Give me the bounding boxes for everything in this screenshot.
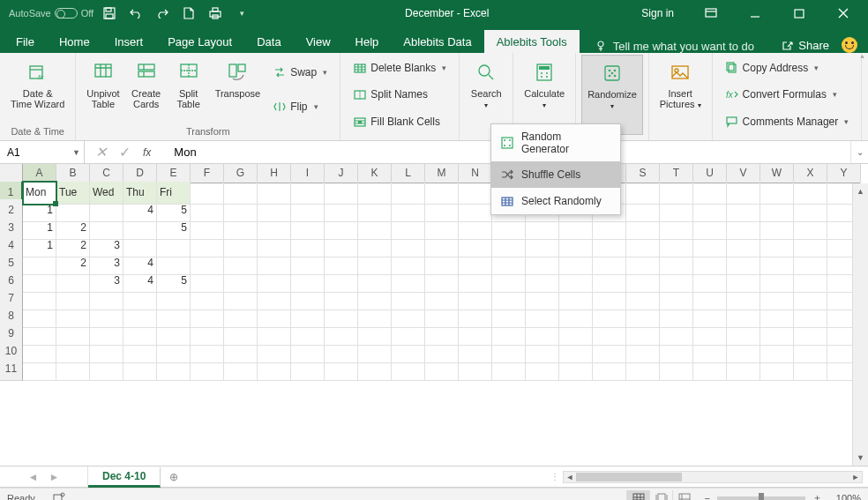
col-header[interactable]: M [425, 164, 459, 183]
cards-button[interactable]: CreateCards [125, 55, 168, 124]
macro-record-icon[interactable] [53, 492, 65, 501]
flip-button[interactable]: Flip [269, 98, 331, 116]
autosave-toggle[interactable]: AutoSave Off [9, 8, 94, 19]
row-header[interactable]: 11 [0, 358, 23, 381]
scroll-right-icon[interactable]: ► [849, 473, 862, 481]
qat-customize-icon[interactable]: ▾ [231, 3, 252, 24]
cell[interactable] [392, 358, 425, 381]
scroll-down-icon[interactable]: ▼ [853, 450, 868, 466]
cell[interactable] [23, 358, 56, 381]
dropdown-shuffle[interactable]: Shuffle Cells [491, 161, 620, 188]
cell[interactable] [358, 358, 392, 381]
cell[interactable] [157, 358, 191, 381]
sheet-nav-prev-icon[interactable]: ◄ [28, 471, 39, 483]
tab-home[interactable]: Home [47, 30, 102, 53]
cell[interactable] [90, 358, 123, 381]
cell[interactable] [727, 358, 760, 381]
view-page-layout-icon[interactable] [649, 490, 672, 501]
cell[interactable] [325, 358, 358, 381]
cell[interactable] [760, 358, 794, 381]
col-header[interactable]: A [23, 164, 56, 183]
col-header[interactable]: E [157, 164, 191, 183]
split-names-button[interactable]: Split Names [349, 86, 450, 103]
col-header[interactable]: S [626, 164, 660, 183]
share-button[interactable]: Share [782, 39, 829, 52]
new-file-icon[interactable] [178, 3, 199, 24]
col-header[interactable]: I [291, 164, 325, 183]
sheet-tab-active[interactable]: Dec 4-10 [88, 467, 161, 488]
cell[interactable] [224, 358, 258, 381]
undo-icon[interactable] [125, 3, 146, 24]
cell[interactable] [258, 358, 291, 381]
sheet-nav-next-icon[interactable]: ► [49, 471, 60, 483]
copy-addr-button[interactable]: Copy Address [722, 59, 853, 77]
name-box[interactable]: A1 ▼ [0, 141, 85, 163]
convert-button[interactable]: fxConvert Formulas [722, 86, 853, 103]
tab-insert[interactable]: Insert [102, 30, 156, 53]
calendar-fx-button[interactable]: fxDate &Time Wizard [5, 55, 70, 124]
cell[interactable] [593, 358, 626, 381]
cell[interactable] [559, 358, 593, 381]
split-table-button[interactable]: SplitTable [168, 55, 210, 124]
cell[interactable] [123, 358, 157, 381]
tab-data[interactable]: Data [244, 30, 293, 53]
tell-me-search[interactable]: Tell me what you want to do [595, 40, 754, 53]
tab-split-handle-icon[interactable]: ⋮ [550, 472, 559, 481]
tab-view[interactable]: View [294, 30, 343, 53]
cell[interactable] [660, 358, 693, 381]
scroll-up-icon[interactable]: ▲ [853, 183, 868, 199]
scroll-left-icon[interactable]: ◄ [564, 473, 576, 481]
fill-blank-button[interactable]: Fill Blank Cells [349, 113, 450, 131]
cell[interactable] [794, 358, 827, 381]
tab-ablebits-tools[interactable]: Ablebits Tools [484, 30, 580, 53]
ribbon-collapse-icon[interactable]: ˄ [860, 55, 864, 64]
cell[interactable] [291, 358, 325, 381]
delete-blanks-button[interactable]: Delete Blanks [349, 59, 450, 77]
vertical-scrollbar[interactable]: ▲ ▼ [852, 183, 868, 466]
view-normal-icon[interactable] [626, 490, 649, 501]
col-header[interactable]: T [660, 164, 693, 183]
col-header[interactable]: U [693, 164, 727, 183]
cell[interactable] [459, 358, 492, 381]
view-page-break-icon[interactable] [672, 490, 695, 501]
tab-page-layout[interactable]: Page Layout [155, 30, 244, 53]
maximize-icon[interactable] [780, 0, 819, 26]
ribbon-display-icon[interactable] [692, 0, 730, 26]
col-header[interactable]: B [56, 164, 90, 183]
dropdown-select-random[interactable]: Select Randomly [491, 188, 620, 214]
formula-bar-expand-icon[interactable]: ⌄ [850, 141, 868, 163]
col-header[interactable]: W [760, 164, 794, 183]
formula-cancel-icon[interactable]: ✕ [95, 144, 107, 160]
name-box-drop-icon[interactable]: ▼ [72, 148, 80, 157]
horizontal-scrollbar[interactable]: ◄ ► [563, 471, 863, 483]
close-icon[interactable] [824, 0, 863, 26]
add-sheet-icon[interactable]: ⊕ [161, 471, 187, 483]
select-all-corner[interactable] [0, 164, 23, 183]
pictures-button[interactable]: InsertPictures ▾ [655, 55, 707, 135]
feedback-smiley-icon[interactable] [842, 37, 857, 53]
col-header[interactable]: G [224, 164, 258, 183]
col-header[interactable]: J [325, 164, 358, 183]
transpose-button[interactable]: Transpose [210, 55, 266, 124]
cell[interactable] [492, 358, 526, 381]
cell[interactable] [191, 358, 224, 381]
swap-button[interactable]: Swap [269, 63, 331, 81]
cell[interactable] [693, 358, 727, 381]
tab-file[interactable]: File [4, 30, 47, 53]
col-header[interactable]: F [191, 164, 224, 183]
tab-ablebits-data[interactable]: Ablebits Data [391, 30, 483, 53]
zoom-out-icon[interactable]: − [704, 493, 709, 501]
comments-button[interactable]: Comments Manager [722, 113, 853, 131]
redo-icon[interactable] [152, 3, 173, 24]
col-header[interactable]: C [90, 164, 123, 183]
quick-print-icon[interactable] [205, 3, 226, 24]
minimize-icon[interactable] [736, 0, 774, 26]
col-header[interactable]: D [123, 164, 157, 183]
col-header[interactable]: Y [827, 164, 861, 183]
zoom-in-icon[interactable]: ＋ [812, 491, 822, 500]
fx-icon[interactable]: fx [143, 146, 151, 159]
col-header[interactable]: H [258, 164, 291, 183]
col-header[interactable]: L [392, 164, 425, 183]
zoom-slider[interactable] [717, 496, 805, 500]
cell[interactable] [56, 358, 90, 381]
